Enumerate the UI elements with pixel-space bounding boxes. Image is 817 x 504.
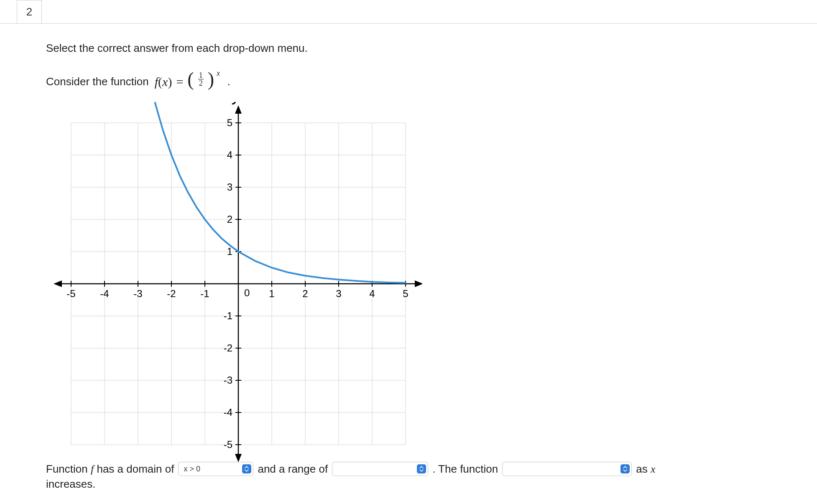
content-area: Select the correct answer from each drop… bbox=[46, 42, 800, 466]
answer-sentence: Function f has a domain of x > 0 and a r… bbox=[46, 462, 800, 503]
svg-text:3: 3 bbox=[336, 288, 341, 299]
range-dropdown[interactable] bbox=[332, 462, 428, 476]
svg-text:-4: -4 bbox=[224, 407, 232, 418]
svg-text:-1: -1 bbox=[224, 310, 232, 321]
graph-svg: -5-4-3-2-112345-5-4-3-2-1123450 yx bbox=[46, 102, 422, 466]
svg-text:-2: -2 bbox=[224, 342, 232, 354]
svg-text:4: 4 bbox=[227, 149, 232, 160]
italic-x: x bbox=[651, 463, 656, 475]
svg-marker-27 bbox=[235, 454, 242, 462]
svg-text:2: 2 bbox=[227, 214, 232, 225]
svg-text:-4: -4 bbox=[100, 288, 109, 299]
svg-text:-3: -3 bbox=[224, 374, 232, 386]
svg-text:5: 5 bbox=[403, 288, 408, 299]
svg-marker-23 bbox=[415, 280, 422, 287]
svg-text:4: 4 bbox=[369, 288, 375, 299]
svg-marker-24 bbox=[54, 280, 62, 287]
svg-text:-2: -2 bbox=[167, 288, 176, 299]
svg-text:-1: -1 bbox=[200, 288, 209, 299]
page: 2 Select the correct answer from each dr… bbox=[0, 0, 817, 504]
tab-underline bbox=[0, 23, 817, 24]
dropdown-handle-icon bbox=[620, 464, 630, 473]
sentence-part5: increases. bbox=[46, 478, 96, 490]
graph-axis-labels: yx bbox=[232, 102, 422, 290]
svg-text:-3: -3 bbox=[133, 288, 142, 299]
svg-text:3: 3 bbox=[227, 181, 232, 193]
consider-line: Consider the function f(x) = ( 1 2 ) x . bbox=[46, 74, 800, 89]
eq-frac-den: 2 bbox=[199, 79, 203, 87]
domain-dropdown-value: x > 0 bbox=[184, 465, 239, 473]
italic-f: f bbox=[91, 463, 94, 475]
sentence-part4: as x bbox=[636, 463, 655, 476]
svg-text:y: y bbox=[232, 102, 240, 104]
svg-marker-26 bbox=[235, 105, 242, 114]
domain-dropdown[interactable]: x > 0 bbox=[178, 462, 253, 476]
svg-text:2: 2 bbox=[302, 288, 308, 299]
eq-lhs-f: f bbox=[155, 75, 158, 89]
eq-frac-num: 1 bbox=[198, 71, 204, 79]
consider-prefix: Consider the function bbox=[46, 75, 149, 88]
behavior-dropdown[interactable] bbox=[502, 462, 632, 476]
graph-axes bbox=[54, 105, 422, 462]
eq-exponent: x bbox=[217, 69, 220, 78]
svg-text:0: 0 bbox=[244, 287, 250, 298]
svg-text:1: 1 bbox=[269, 288, 274, 299]
graph: -5-4-3-2-112345-5-4-3-2-1123450 yx bbox=[46, 102, 422, 466]
question-number-tab: 2 bbox=[17, 0, 42, 23]
eq-lhs-x: x bbox=[162, 75, 168, 89]
sentence-part3: . The function bbox=[432, 463, 498, 476]
svg-text:5: 5 bbox=[227, 117, 232, 128]
question-number: 2 bbox=[26, 5, 32, 18]
dropdown-handle-icon bbox=[417, 464, 426, 473]
svg-text:-5: -5 bbox=[224, 439, 232, 450]
sentence-part2: and a range of bbox=[258, 463, 328, 476]
prompt-text: Select the correct answer from each drop… bbox=[46, 42, 800, 55]
sentence-part1: Function f has a domain of bbox=[46, 463, 174, 476]
dropdown-handle-icon bbox=[242, 464, 251, 473]
function-equation: f(x) = ( 1 2 ) x . bbox=[155, 74, 230, 89]
svg-text:-5: -5 bbox=[66, 288, 75, 299]
graph-curve bbox=[151, 102, 406, 283]
eq-fraction: 1 2 bbox=[198, 71, 204, 87]
